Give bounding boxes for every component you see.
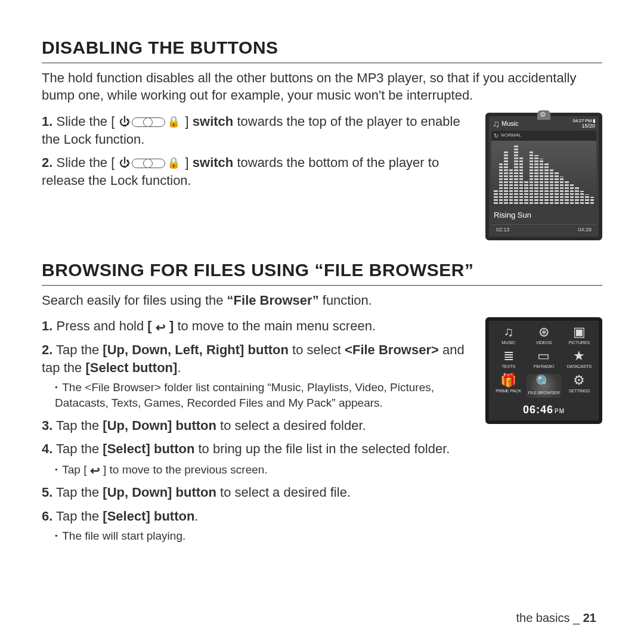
menu-item-fm-radio: ▭FM RADIO bbox=[527, 349, 561, 370]
section1-steps: 1. Slide the [ ⏻🔒 ] switch towards the t… bbox=[42, 113, 475, 190]
menu-item-pictures: ▣PICTURES bbox=[562, 326, 596, 346]
page-footer: the basics _ 21 bbox=[516, 610, 596, 626]
back-icon: ↩ bbox=[156, 320, 166, 336]
menu-item-music: ♫MUSIC bbox=[491, 326, 525, 346]
device-menu-preview: ♫MUSIC⊛VIDEOS▣PICTURES≣TEXTS▭FM RADIO★DA… bbox=[485, 317, 602, 424]
time-total: 04:28 bbox=[578, 226, 592, 233]
gear-icon bbox=[537, 110, 550, 120]
menu-item-videos: ⊛VIDEOS bbox=[527, 326, 561, 346]
menu-item-file-browser: 🔍FILE BROWSER bbox=[527, 374, 561, 398]
pictures-icon: ▣ bbox=[573, 326, 586, 339]
section1-title: DISABLING THE BUTTONS bbox=[42, 36, 602, 63]
videos-icon: ⊛ bbox=[538, 326, 549, 339]
menu-item-datacasts: ★DATACASTS bbox=[562, 349, 596, 370]
time-elapsed: 02:13 bbox=[496, 226, 510, 233]
power-lock-switch-icon: ⏻🔒 bbox=[119, 156, 180, 171]
file-browser-icon: 🔍 bbox=[535, 376, 552, 389]
section2-intro: Search easily for files using the “File … bbox=[42, 292, 602, 309]
section1-intro: The hold function disables all the other… bbox=[42, 69, 602, 104]
menu-item-texts: ≣TEXTS bbox=[491, 349, 525, 370]
section2-step6: 6. Tap the [Select] button. The file wil… bbox=[42, 507, 475, 544]
menu-item-prime-pack: 🎁PRIME PACK bbox=[491, 374, 525, 398]
section2-step4: 4. Tap the [Select] button to bring up t… bbox=[42, 440, 475, 478]
menu-item-settings: ⚙SETTINGS bbox=[562, 374, 596, 398]
settings-icon: ⚙ bbox=[573, 374, 585, 387]
equalizer-visualization bbox=[491, 141, 596, 206]
device-music-preview: ♫ Music 04:27 PM ▮ 15/20 ↻ NORMAL Rising… bbox=[485, 113, 602, 240]
texts-icon: ≣ bbox=[503, 349, 514, 363]
section1-step1: 1. Slide the [ ⏻🔒 ] switch towards the t… bbox=[42, 113, 475, 148]
eq-mode: NORMAL bbox=[501, 132, 521, 139]
repeat-icon: ↻ bbox=[494, 132, 499, 140]
song-title: Rising Sun bbox=[489, 206, 599, 222]
power-lock-switch-icon: ⏻🔒 bbox=[119, 115, 180, 129]
section2-steps: 1. Press and hold [ ↩ ] to move to the m… bbox=[42, 317, 475, 544]
fm-radio-icon: ▭ bbox=[537, 349, 550, 363]
section2-step2: 2. Tap the [Up, Down, Left, Right] butto… bbox=[42, 341, 475, 411]
music-icon: ♫ bbox=[503, 326, 513, 339]
music-note-icon: ♫ bbox=[493, 119, 500, 129]
section2-step1: 1. Press and hold [ ↩ ] to move to the m… bbox=[42, 317, 475, 335]
section2-step3: 3. Tap the [Up, Down] button to select a… bbox=[42, 417, 475, 435]
section2-step5: 5. Tap the [Up, Down] button to select a… bbox=[42, 484, 475, 501]
prime-pack-icon: 🎁 bbox=[500, 374, 516, 387]
datacasts-icon: ★ bbox=[573, 349, 585, 363]
section1-step2: 2. Slide the [ ⏻🔒 ] switch towards the b… bbox=[42, 154, 475, 189]
section2-title: BROWSING FOR FILES USING “FILE BROWSER” bbox=[42, 258, 602, 286]
device-clock: 06:46PM bbox=[491, 402, 596, 417]
back-icon: ↩ bbox=[90, 463, 100, 479]
